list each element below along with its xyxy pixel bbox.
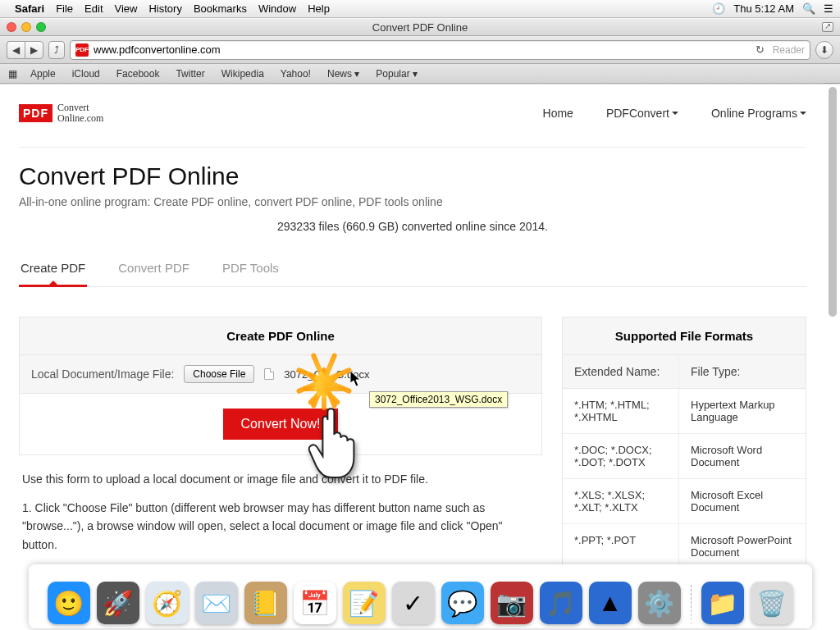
dock-mail-icon[interactable]: ✉️ bbox=[195, 582, 238, 624]
logo-badge-icon: PDF bbox=[19, 104, 52, 122]
forward-button[interactable]: ▶ bbox=[25, 41, 43, 59]
bookmark-twitter[interactable]: Twitter bbox=[169, 66, 211, 81]
formats-h-type: File Type: bbox=[679, 355, 806, 388]
dock: 🙂🚀🧭✉️📒📅📝✓💬📷🎵▲⚙️📁🗑️ bbox=[0, 566, 840, 630]
notification-icon[interactable]: ☰ bbox=[824, 2, 833, 15]
file-icon bbox=[264, 368, 274, 380]
show-bookmarks-icon[interactable]: ▦ bbox=[8, 68, 17, 80]
dock-itunes-icon[interactable]: 🎵 bbox=[540, 582, 582, 624]
bookmark-news[interactable]: News ▾ bbox=[321, 66, 366, 81]
formats-title: Supported File Formats bbox=[563, 317, 806, 355]
stats-text: 293233 files (660.9 GB) converted online… bbox=[19, 220, 806, 233]
favicon-icon: PDF bbox=[75, 43, 89, 57]
format-row: *.HTM; *.HTML; *.XHTMLHypertext Markup L… bbox=[563, 389, 806, 434]
close-icon[interactable] bbox=[7, 22, 16, 32]
menu-view[interactable]: View bbox=[115, 2, 138, 15]
format-row: *.PPT; *.POTMicrosoft PowerPoint Documen… bbox=[563, 524, 806, 566]
reload-icon[interactable]: ↻ bbox=[756, 43, 765, 56]
mac-menu-bar: Safari File Edit View History Bookmarks … bbox=[0, 0, 840, 18]
format-ext: *.PPT; *.POT bbox=[563, 524, 679, 566]
menu-status: 🕘 Thu 5:12 AM 🔍 ☰ bbox=[704, 2, 833, 15]
app-name[interactable]: Safari bbox=[15, 2, 44, 15]
site-logo[interactable]: PDF ConvertOnline.com bbox=[19, 103, 103, 124]
dock-safari-icon[interactable]: 🧭 bbox=[146, 582, 189, 624]
formats-header: Extended Name: File Type: bbox=[563, 355, 806, 389]
formats-h-ext: Extended Name: bbox=[563, 355, 679, 388]
address-bar[interactable]: PDF ↻ Reader bbox=[70, 40, 810, 60]
dock-notes-icon[interactable]: 📝 bbox=[343, 582, 386, 624]
browser-window: Convert PDF Online ◀ ▶ ⤴ PDF ↻ Reader ⬇ … bbox=[0, 18, 840, 84]
page-viewport: PDF ConvertOnline.com Home PDFConvert On… bbox=[0, 84, 840, 566]
bookmark-apple[interactable]: Apple bbox=[24, 66, 62, 81]
dock-appstore-icon[interactable]: ▲ bbox=[589, 582, 632, 624]
dock-reminders-icon[interactable]: ✓ bbox=[392, 582, 435, 624]
back-button[interactable]: ◀ bbox=[7, 41, 25, 59]
step-2: 2. Click "Convert Now!" button to conver… bbox=[22, 564, 539, 566]
site-header: PDF ConvertOnline.com Home PDFConvert On… bbox=[19, 84, 806, 147]
bookmarks-bar: ▦ Apple iCloud Facebook Twitter Wikipedi… bbox=[0, 64, 840, 84]
upload-label: Local Document/Image File: bbox=[31, 368, 174, 381]
format-type: Microsoft Word Document bbox=[679, 434, 806, 478]
window-title: Convert PDF Online bbox=[0, 21, 840, 34]
format-type: Hypertext Markup Language bbox=[679, 389, 806, 433]
nav-back-forward: ◀ ▶ bbox=[7, 41, 43, 59]
dock-launchpad-icon[interactable]: 🚀 bbox=[97, 582, 139, 624]
dock-finder-icon[interactable]: 🙂 bbox=[48, 582, 90, 624]
downloads-button[interactable]: ⬇ bbox=[815, 41, 833, 59]
format-row: *.DOC; *.DOCX; *.DOT; *.DOTXMicrosoft Wo… bbox=[563, 434, 806, 479]
dock-calendar-icon[interactable]: 📅 bbox=[294, 582, 336, 624]
convert-now-button[interactable]: Convert Now! bbox=[223, 409, 339, 440]
choose-file-button[interactable]: Choose File bbox=[184, 365, 254, 383]
site-nav: Home PDFConvert Online Programs bbox=[543, 107, 806, 120]
format-type: Microsoft Excel Document bbox=[679, 479, 806, 523]
dock-settings-icon[interactable]: ⚙️ bbox=[638, 582, 681, 624]
page-subtitle: All-in-one online program: Create PDF on… bbox=[19, 195, 806, 208]
menu-help[interactable]: Help bbox=[308, 2, 330, 15]
bookmark-popular[interactable]: Popular ▾ bbox=[369, 66, 424, 81]
menu-edit[interactable]: Edit bbox=[84, 2, 103, 15]
format-type: Microsoft PowerPoint Document bbox=[679, 524, 806, 566]
card-title: Create PDF Online bbox=[20, 317, 541, 355]
dock-contacts-icon[interactable]: 📒 bbox=[244, 582, 287, 624]
dock-messages-icon[interactable]: 💬 bbox=[441, 582, 484, 624]
nav-online-programs[interactable]: Online Programs bbox=[711, 107, 806, 120]
dock-downloads-icon[interactable]: 📁 bbox=[701, 582, 744, 624]
nav-pdfconvert[interactable]: PDFConvert bbox=[606, 107, 678, 120]
bookmark-yahoo[interactable]: Yahoo! bbox=[274, 66, 317, 81]
clock-time[interactable]: Thu 5:12 AM bbox=[733, 2, 794, 15]
minimize-icon[interactable] bbox=[21, 22, 31, 32]
bookmark-wikipedia[interactable]: Wikipedia bbox=[215, 66, 271, 81]
reader-button[interactable]: Reader bbox=[773, 44, 805, 56]
tab-pdf-tools[interactable]: PDF Tools bbox=[221, 254, 281, 286]
filename-tooltip: 3072_Office2013_WSG.docx bbox=[369, 391, 508, 408]
bookmark-facebook[interactable]: Facebook bbox=[110, 66, 167, 81]
format-ext: *.XLS; *.XLSX; *.XLT; *.XLTX bbox=[563, 479, 679, 523]
bookmark-icloud[interactable]: iCloud bbox=[66, 66, 107, 81]
menu-window[interactable]: Window bbox=[258, 2, 296, 15]
dock-trash-icon[interactable]: 🗑️ bbox=[751, 582, 793, 624]
cursor-icon bbox=[350, 371, 362, 390]
tab-create-pdf[interactable]: Create PDF bbox=[19, 254, 87, 286]
tab-convert-pdf[interactable]: Convert PDF bbox=[116, 254, 191, 286]
nav-home[interactable]: Home bbox=[543, 107, 573, 120]
menu-bookmarks[interactable]: Bookmarks bbox=[194, 2, 247, 15]
fullscreen-button[interactable] bbox=[822, 22, 833, 32]
supported-formats-card: Supported File Formats Extended Name: Fi… bbox=[562, 317, 806, 566]
format-row: *.XLS; *.XLSX; *.XLT; *.XLTXMicrosoft Ex… bbox=[563, 479, 806, 524]
share-button[interactable]: ⤴ bbox=[48, 41, 65, 59]
logo-text: ConvertOnline.com bbox=[57, 103, 103, 124]
menu-file[interactable]: File bbox=[56, 2, 73, 15]
clock-icon[interactable]: 🕘 bbox=[712, 2, 725, 15]
create-pdf-card: Create PDF Online Local Document/Image F… bbox=[19, 317, 542, 455]
spotlight-icon[interactable]: 🔍 bbox=[802, 2, 815, 15]
desc-intro: Use this form to upload a local document… bbox=[22, 470, 539, 488]
instructions: Use this form to upload a local document… bbox=[19, 470, 542, 566]
window-titlebar: Convert PDF Online bbox=[0, 18, 840, 36]
upload-row: Local Document/Image File: Choose File 3… bbox=[20, 355, 541, 394]
zoom-icon[interactable] bbox=[36, 22, 46, 32]
menu-history[interactable]: History bbox=[148, 2, 181, 15]
page-title: Convert PDF Online bbox=[19, 162, 806, 190]
dock-photobooth-icon[interactable]: 📷 bbox=[491, 582, 533, 624]
url-input[interactable] bbox=[94, 43, 751, 56]
vertical-scrollbar[interactable] bbox=[827, 87, 838, 559]
